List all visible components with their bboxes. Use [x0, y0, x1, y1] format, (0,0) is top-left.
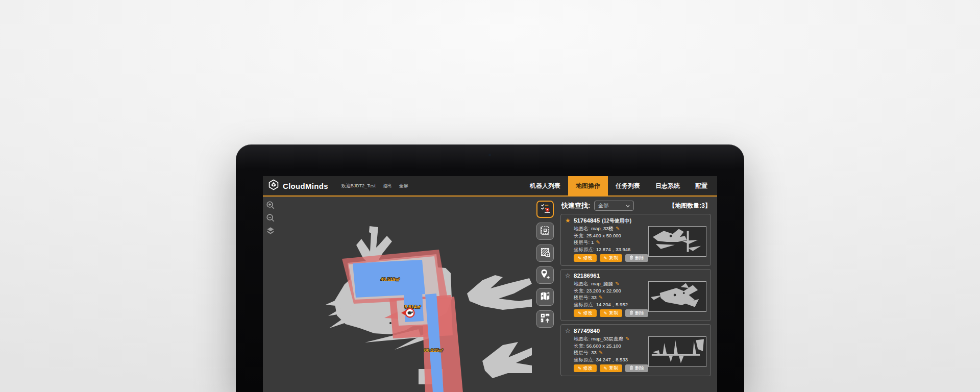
card-title: 87749840: [574, 328, 602, 334]
upload-map-button[interactable]: [536, 310, 554, 328]
brand-name: CloudMinds: [283, 182, 328, 190]
card-fields: 地图名:map_33楼✎ 长宽:25.400 x 50.000 楼层号:1✎ 坐…: [574, 226, 630, 252]
pencil-icon: ✎: [604, 311, 608, 316]
favorite-star-icon[interactable]: ★: [565, 217, 571, 224]
field-value: 12.874，33.946: [596, 247, 631, 252]
filter-dropdown[interactable]: 全部: [594, 201, 634, 211]
field-origin: 坐标原点:34.247，8.533: [574, 357, 629, 363]
cloudminds-logo-icon: [268, 179, 279, 192]
edit-pencil-icon[interactable]: ✎: [625, 336, 629, 341]
map-canvas[interactable]: 40.519㎡ 8.614㎡ 80.215㎡: [263, 197, 533, 392]
map-thumbnail[interactable]: [648, 226, 706, 257]
field-value: 1: [591, 239, 594, 245]
delete-button[interactable]: 删除: [625, 254, 648, 262]
pencil-icon: ✎: [578, 366, 582, 371]
field-size: 长宽:23.200 x 22.900: [574, 288, 628, 294]
field-value: map_33层走廊: [591, 336, 623, 341]
field-label: 坐标原点:: [574, 247, 595, 252]
map-thumbnail[interactable]: [648, 336, 706, 367]
webcam-dot: [488, 154, 491, 156]
edit-pencil-icon[interactable]: ✎: [616, 226, 620, 231]
map-annotate-button[interactable]: [536, 288, 554, 306]
area-label: 40.519㎡: [381, 276, 401, 282]
layers-button[interactable]: [266, 226, 275, 235]
upload-map-icon: [540, 312, 551, 326]
filter-row: 快速查找: 全部 【地图数量:3】: [561, 201, 711, 211]
area-label: 8.614㎡: [404, 304, 421, 309]
card-fields: 地图名:map_腿腿✎ 长宽:23.200 x 22.900 楼层号:33✎ 坐…: [574, 281, 628, 307]
map-id: 51764845: [574, 217, 600, 224]
copy-button-label: 复制: [609, 255, 618, 261]
favorite-star-icon[interactable]: ☆: [565, 273, 571, 279]
logout-link[interactable]: 退出: [383, 183, 392, 189]
desktop-background: CloudMinds 欢迎BJDT2_Test 退出 全屏 机器人列表 地图操作…: [0, 0, 980, 392]
nav-tab-log-system[interactable]: 日志系统: [648, 176, 688, 195]
zoom-in-button[interactable]: [266, 201, 275, 210]
pencil-icon: ✎: [604, 256, 608, 261]
field-label: 长宽:: [574, 343, 585, 349]
app-window: CloudMinds 欢迎BJDT2_Test 退出 全屏 机器人列表 地图操作…: [263, 176, 717, 392]
edit-button[interactable]: ✎修改: [574, 254, 597, 262]
field-value: 25.400 x 50.000: [586, 233, 621, 238]
copy-button[interactable]: ✎复制: [600, 364, 623, 372]
map-task-list-button[interactable]: [536, 201, 554, 218]
fullscreen-link[interactable]: 全屏: [399, 183, 408, 189]
add-virtual-wall-icon: [540, 247, 551, 260]
delete-button[interactable]: 删除: [625, 364, 648, 372]
zoom-out-button[interactable]: [266, 213, 275, 223]
pencil-icon: ✎: [578, 311, 582, 316]
card-title: 51764845(12号使用中): [574, 217, 631, 225]
copy-button-label: 复制: [609, 310, 618, 316]
map-card: ☆ 87749840 地图名:map_33层走廊✎ 长宽:56.600 x 25…: [560, 324, 711, 376]
card-fields: 地图名:map_33层走廊✎ 长宽:56.600 x 25.100 楼层号:33…: [574, 336, 629, 362]
field-label: 地图名:: [574, 281, 590, 286]
nav-tab-task-list[interactable]: 任务列表: [608, 176, 648, 195]
nav-tab-map-operation[interactable]: 地图操作: [568, 176, 608, 195]
edit-pencil-icon[interactable]: ✎: [599, 295, 603, 300]
field-value: 23.200 x 22.900: [586, 288, 621, 293]
pencil-icon: ✎: [604, 366, 608, 371]
add-virtual-wall-button[interactable]: [536, 244, 554, 262]
nav-tab-robot-list[interactable]: 机器人列表: [522, 176, 568, 195]
copy-button[interactable]: ✎复制: [600, 309, 623, 317]
map-list-panel: 快速查找: 全部 【地图数量:3】 ★ 51764845(12号使用中): [560, 197, 715, 392]
edit-button[interactable]: ✎修改: [574, 364, 597, 372]
field-origin: 坐标原点:14.204，5.952: [574, 302, 628, 308]
map-thumbnail[interactable]: [648, 281, 706, 312]
field-value: 33: [591, 295, 597, 300]
edit-pencil-icon[interactable]: ✎: [599, 350, 603, 355]
field-value: map_腿腿: [591, 281, 613, 286]
card-actions: ✎修改 ✎复制 删除: [574, 254, 648, 262]
delete-button[interactable]: 删除: [625, 309, 648, 317]
chevron-down-icon: [626, 203, 630, 209]
field-value: 56.600 x 25.100: [586, 343, 621, 349]
map-card: ☆ 82186961 地图名:map_腿腿✎ 长宽:23.200 x 22.90…: [560, 269, 711, 321]
favorite-star-icon[interactable]: ☆: [565, 328, 571, 334]
area-label: 80.215㎡: [424, 347, 444, 353]
measure-area-icon: [540, 225, 551, 238]
card-actions: ✎修改 ✎复制 删除: [574, 309, 648, 317]
main-nav: 机器人列表 地图操作 任务列表 日志系统 配置: [522, 176, 715, 195]
edit-button[interactable]: ✎修改: [574, 309, 597, 317]
measure-area-button[interactable]: [536, 223, 554, 240]
edit-pencil-icon[interactable]: ✎: [596, 239, 600, 245]
map-controls: [266, 201, 275, 235]
copy-button[interactable]: ✎复制: [600, 254, 623, 262]
brand: CloudMinds: [268, 179, 328, 192]
field-label: 地图名:: [574, 336, 590, 341]
edit-pencil-icon[interactable]: ✎: [615, 281, 619, 286]
filter-dropdown-value: 全部: [598, 202, 608, 209]
field-size: 长宽:56.600 x 25.100: [574, 344, 629, 349]
nav-tab-config[interactable]: 配置: [688, 176, 715, 195]
field-label: 坐标原点:: [574, 302, 595, 307]
field-value: 14.204，5.952: [596, 302, 628, 307]
field-floor: 楼层号:33✎: [574, 295, 628, 301]
edit-button-label: 修改: [583, 255, 593, 261]
copy-button-label: 复制: [609, 365, 618, 372]
map-toolbar: [536, 201, 554, 328]
field-label: 楼层号:: [574, 239, 590, 245]
field-map-name: 地图名:map_腿腿✎: [574, 281, 628, 287]
add-point-button[interactable]: [536, 266, 554, 284]
map-task-list-icon: [540, 203, 551, 216]
pencil-icon: ✎: [578, 256, 582, 261]
